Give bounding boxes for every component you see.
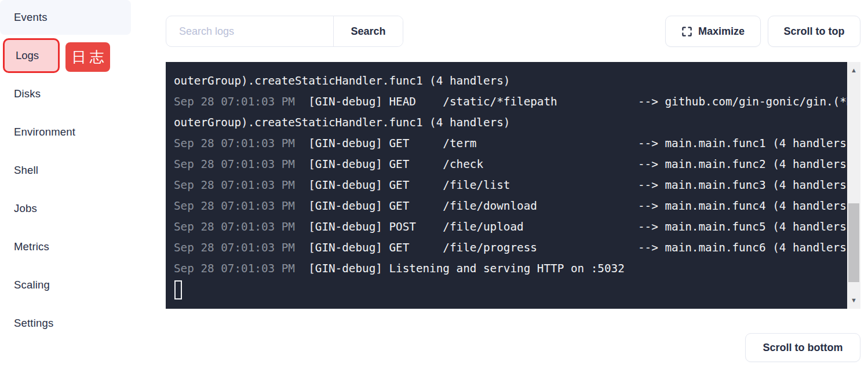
sidebar-item-label: Logs: [16, 49, 39, 62]
terminal-cursor: [174, 280, 182, 299]
annotation-label-badge: 日志: [65, 42, 110, 72]
search-logs-input[interactable]: [166, 16, 333, 46]
scroll-to-top-button[interactable]: Scroll to top: [768, 16, 860, 47]
terminal-scrollbar[interactable]: ▲ ▼: [847, 62, 860, 309]
sidebar-item-jobs[interactable]: Jobs: [0, 191, 131, 226]
annotation-label-text: 日志: [68, 48, 108, 67]
maximize-button[interactable]: Maximize: [665, 16, 761, 47]
sidebar-item-label: Scaling: [14, 279, 50, 291]
log-text: [GIN-debug] HEAD /static/*filepath --> g…: [295, 95, 847, 108]
log-text: [GIN-debug] GET /file/download --> main.…: [295, 199, 847, 213]
log-text: [GIN-debug] GET /file/progress --> main.…: [295, 241, 847, 254]
log-timestamp: Sep 28 07:01:03 PM: [174, 95, 295, 108]
log-timestamp: Sep 28 07:01:03 PM: [174, 137, 295, 150]
sidebar-item-shell[interactable]: Shell: [0, 153, 131, 188]
scrollbar-thumb[interactable]: [848, 203, 859, 282]
logs-page: Events Logs 日志 Disks Environment Shell J…: [0, 0, 868, 369]
log-text: [GIN-debug] Listening and serving HTTP o…: [295, 262, 625, 275]
sidebar-item-label: Settings: [14, 317, 53, 330]
log-line: outerGroup).createStaticHandler.func1 (4…: [174, 71, 847, 92]
log-text: [GIN-debug] GET /check --> main.main.fun…: [295, 158, 847, 171]
sidebar-item-label: Metrics: [14, 240, 49, 253]
log-timestamp: Sep 28 07:01:03 PM: [174, 158, 295, 171]
scrollbar-up-arrow-icon[interactable]: ▲: [847, 67, 860, 74]
scroll-to-bottom-label: Scroll to bottom: [763, 342, 843, 354]
maximize-button-label: Maximize: [698, 25, 745, 38]
scrollbar-down-arrow-icon[interactable]: ▼: [847, 297, 860, 304]
sidebar-item-settings[interactable]: Settings: [0, 306, 131, 341]
search-button[interactable]: Search: [333, 16, 403, 46]
sidebar-item-metrics[interactable]: Metrics: [0, 229, 131, 264]
log-timestamp: Sep 28 07:01:03 PM: [174, 262, 295, 275]
log-text: [GIN-debug] POST /file/upload --> main.m…: [295, 220, 847, 233]
scroll-to-bottom-button[interactable]: Scroll to bottom: [745, 333, 860, 362]
sidebar-item-label: Events: [14, 11, 48, 24]
log-search-group: Search: [166, 16, 403, 47]
log-line: [174, 279, 847, 300]
sidebar-item-environment[interactable]: Environment: [0, 115, 131, 149]
scroll-to-top-label: Scroll to top: [784, 25, 845, 38]
log-line: Sep 28 07:01:03 PM [GIN-debug] HEAD /sta…: [174, 92, 847, 112]
log-timestamp: Sep 28 07:01:03 PM: [174, 199, 295, 213]
sidebar-item-scaling[interactable]: Scaling: [0, 268, 131, 302]
sidebar-item-disks[interactable]: Disks: [0, 76, 131, 111]
sidebar-item-events[interactable]: Events: [0, 0, 131, 35]
log-line: Sep 28 07:01:03 PM [GIN-debug] GET /chec…: [174, 154, 847, 175]
log-timestamp: Sep 28 07:01:03 PM: [174, 241, 295, 254]
log-output: outerGroup).createStaticHandler.func1 (4…: [166, 62, 847, 309]
log-timestamp: Sep 28 07:01:03 PM: [174, 220, 295, 233]
log-line: outerGroup).createStaticHandler.func1 (4…: [174, 112, 847, 133]
log-timestamp: Sep 28 07:01:03 PM: [174, 178, 295, 192]
sidebar-item-logs[interactable]: Logs: [3, 38, 60, 73]
log-text: outerGroup).createStaticHandler.func1 (4…: [174, 116, 510, 129]
sidebar-item-label: Environment: [14, 126, 75, 138]
log-line: Sep 28 07:01:03 PM [GIN-debug] Listening…: [174, 258, 847, 279]
log-terminal[interactable]: outerGroup).createStaticHandler.func1 (4…: [166, 62, 860, 309]
sidebar-item-label: Jobs: [14, 202, 37, 215]
log-line: Sep 28 07:01:03 PM [GIN-debug] GET /file…: [174, 238, 847, 258]
sidebar-item-label: Disks: [14, 87, 41, 100]
log-text: [GIN-debug] GET /term --> main.main.func…: [295, 137, 847, 150]
log-line: Sep 28 07:01:03 PM [GIN-debug] GET /file…: [174, 196, 847, 217]
sidebar-item-label: Shell: [14, 164, 38, 177]
fullscreen-icon: [681, 26, 692, 37]
log-text: outerGroup).createStaticHandler.func1 (4…: [174, 74, 510, 87]
log-line: Sep 28 07:01:03 PM [GIN-debug] GET /term…: [174, 133, 847, 154]
log-line: Sep 28 07:01:03 PM [GIN-debug] GET /file…: [174, 175, 847, 196]
log-line: Sep 28 07:01:03 PM [GIN-debug] POST /fil…: [174, 217, 847, 238]
log-text: [GIN-debug] GET /file/list --> main.main…: [295, 178, 847, 192]
